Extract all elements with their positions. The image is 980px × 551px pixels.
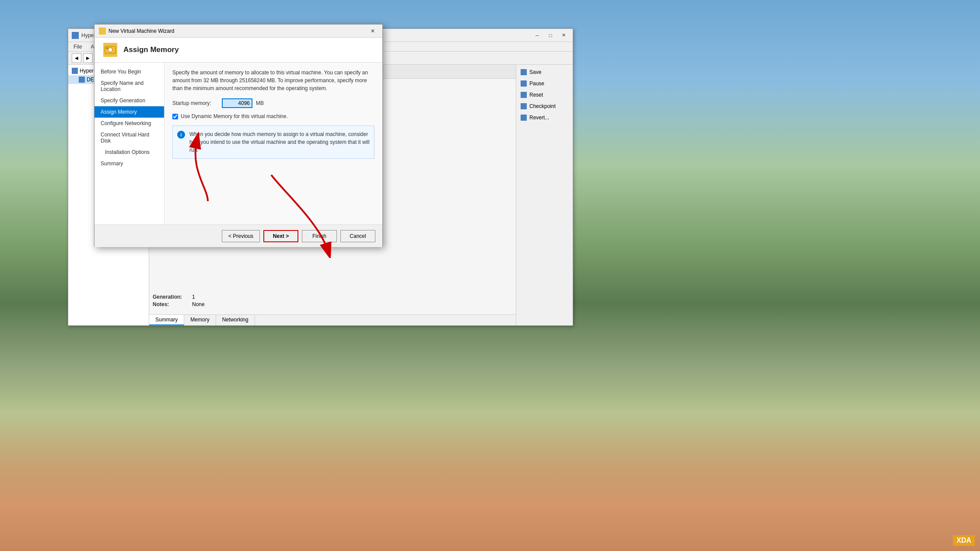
minimize-button[interactable]: ─ (532, 31, 543, 40)
info-text: When you decide how much memory to assig… (189, 130, 370, 154)
tab-memory[interactable]: Memory (184, 315, 216, 325)
action-pause[interactable]: Pause (516, 78, 573, 89)
startup-memory-label: Startup memory: (172, 99, 218, 107)
hyperv-window-icon (72, 32, 79, 39)
wizard-content: Specify the amount of memory to allocate… (164, 63, 382, 224)
checkpoint-label: Checkpoint (529, 103, 556, 109)
generation-label: Generation: (153, 294, 192, 300)
cancel-button[interactable]: Cancel (340, 230, 375, 242)
dynamic-memory-row: Use Dynamic Memory for this virtual mach… (172, 112, 374, 120)
nav-specify-generation[interactable]: Specify Generation (94, 95, 164, 106)
pause-label: Pause (529, 80, 544, 87)
startup-memory-input[interactable] (222, 98, 252, 108)
maximize-button[interactable]: □ (545, 31, 556, 40)
wizard-header-icon (103, 43, 117, 57)
notes-label: Notes: (153, 301, 192, 307)
tab-networking[interactable]: Networking (216, 315, 255, 325)
desktop-icon (79, 77, 85, 83)
info-icon: i (177, 131, 185, 139)
notes-value: None (192, 301, 205, 307)
wizard-footer: < Previous Next > Finish Cancel (94, 224, 382, 247)
nav-configure-networking[interactable]: Configure Networking (94, 118, 164, 129)
pause-icon (521, 80, 527, 87)
menu-file[interactable]: File (72, 43, 84, 51)
svg-rect-2 (106, 47, 108, 49)
reset-label: Reset (529, 92, 543, 98)
wizard-titlebar: New Virtual Machine Wizard ✕ (94, 24, 382, 38)
wizard-description: Specify the amount of memory to allocate… (172, 69, 374, 92)
close-button[interactable]: ✕ (558, 31, 569, 40)
wizard-header: Assign Memory (94, 38, 382, 63)
save-label: Save (529, 69, 541, 75)
nav-specify-name[interactable]: Specify Name and Location (94, 77, 164, 95)
finish-button[interactable]: Finish (302, 230, 337, 242)
nav-connect-hard-disk[interactable]: Connect Virtual Hard Disk (94, 129, 164, 146)
hyperv-right-panel: Save Pause Reset Checkpoint Revert... (516, 65, 573, 325)
action-save[interactable]: Save (516, 66, 573, 78)
nav-summary[interactable]: Summary (94, 158, 164, 169)
vm-details-section: Generation: 1 Notes: None (149, 290, 516, 312)
generation-row: Generation: 1 (153, 294, 512, 300)
checkpoint-icon (521, 103, 527, 109)
dynamic-memory-label: Use Dynamic Memory for this virtual mach… (181, 112, 288, 120)
wizard-header-title: Assign Memory (123, 45, 179, 54)
wizard-nav: Before You Begin Specify Name and Locati… (94, 63, 164, 224)
wizard-titlebar-title: New Virtual Machine Wizard (108, 28, 368, 34)
wizard-titlebar-icon (99, 28, 106, 35)
startup-memory-row: Startup memory: MB (172, 98, 374, 108)
xda-watermark: XDA (953, 535, 975, 546)
nav-before-you-begin[interactable]: Before You Begin (94, 66, 164, 77)
wizard-close-button[interactable]: ✕ (368, 27, 378, 35)
revert-label: Revert... (529, 115, 549, 121)
bottom-tabs: Summary Memory Networking (149, 314, 516, 325)
previous-button[interactable]: < Previous (222, 230, 260, 242)
hyperv-manager-icon (72, 68, 78, 74)
wizard-body: Before You Begin Specify Name and Locati… (94, 63, 382, 224)
nav-assign-memory[interactable]: Assign Memory (94, 106, 164, 118)
generation-value: 1 (192, 294, 195, 300)
action-revert[interactable]: Revert... (516, 112, 573, 123)
next-button[interactable]: Next > (263, 230, 298, 242)
notes-row: Notes: None (153, 301, 512, 307)
startup-memory-unit: MB (256, 99, 264, 107)
wizard-dialog: New Virtual Machine Wizard ✕ Assign Memo… (94, 24, 383, 247)
hyperv-titlebar-controls: ─ □ ✕ (532, 31, 569, 40)
save-icon (521, 69, 527, 75)
reset-icon (521, 92, 527, 98)
back-button[interactable]: ◀ (72, 53, 81, 63)
action-checkpoint[interactable]: Checkpoint (516, 101, 573, 112)
revert-icon (521, 115, 527, 121)
xda-box: XDA (953, 535, 975, 546)
action-reset[interactable]: Reset (516, 89, 573, 101)
info-box: i When you decide how much memory to ass… (172, 126, 374, 159)
dynamic-memory-checkbox[interactable] (172, 114, 178, 119)
tab-summary[interactable]: Summary (149, 315, 184, 325)
forward-button[interactable]: ▶ (83, 53, 93, 63)
nav-installation-options[interactable]: Installation Options (94, 146, 164, 158)
